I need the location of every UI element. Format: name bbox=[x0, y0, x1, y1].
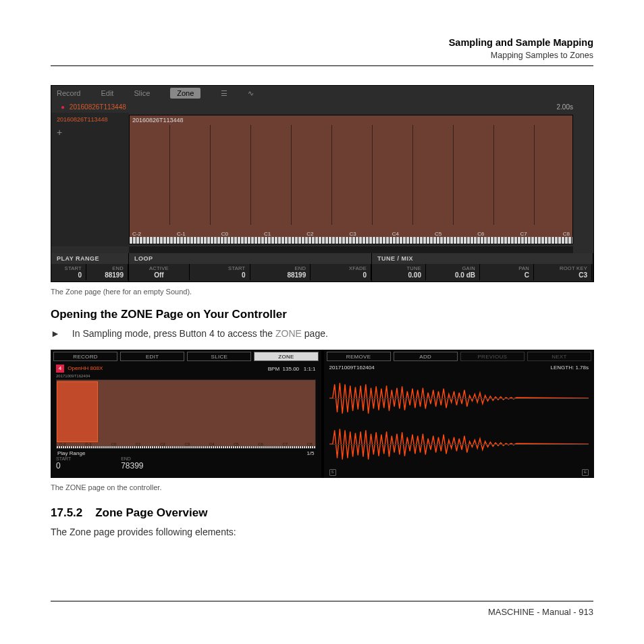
chapter-title: Sampling and Sample Mapping bbox=[51, 37, 593, 48]
sample-duration: 2.00s bbox=[557, 103, 573, 111]
step-text-post: page. bbox=[302, 328, 328, 339]
ctl-remove-button[interactable]: REMOVE bbox=[327, 352, 391, 361]
keyboard-note-labels: C-2 C-1 C0 C1 C2 C3 C4 C5 C6 C7 C8 bbox=[130, 231, 572, 237]
section-subtitle: Mapping Samples to Zones bbox=[51, 51, 593, 60]
horizontal-scrollbar[interactable] bbox=[129, 246, 573, 253]
tab-record[interactable]: Record bbox=[57, 89, 80, 97]
ctl-tab-record[interactable]: RECORD bbox=[53, 352, 117, 361]
software-tab-bar: Record Edit Slice Zone ☰ ∿ bbox=[51, 86, 593, 101]
zone-block[interactable] bbox=[57, 381, 98, 442]
add-sample-button[interactable]: + bbox=[57, 127, 124, 138]
figure-caption-1: The Zone page (here for an empty Sound). bbox=[51, 288, 593, 296]
pad-number-icon: 4 bbox=[56, 365, 64, 373]
loop-header: LOOP bbox=[129, 253, 371, 264]
play-range-header: PLAY RANGE bbox=[51, 253, 128, 264]
play-range-end[interactable]: END 88199 bbox=[86, 264, 128, 280]
ctl-add-button[interactable]: ADD bbox=[394, 352, 458, 361]
list-view-icon[interactable]: ☰ bbox=[221, 89, 227, 98]
software-zone-figure: Record Edit Slice Zone ☰ ∿ ● 20160826T11… bbox=[51, 85, 594, 282]
sound-name: 4 OpenHH 808X bbox=[56, 365, 103, 373]
loop-start[interactable]: START 0 bbox=[190, 264, 250, 280]
page-footer: MASCHINE - Manual - 913 bbox=[51, 601, 593, 617]
sample-list-sidebar: 20160826T113448 + bbox=[51, 113, 129, 246]
controller-right-tabs: REMOVE ADD PREVIOUS NEXT bbox=[324, 350, 595, 363]
pan-field[interactable]: PAN C bbox=[480, 264, 534, 280]
controller-left-tabs: RECORD EDIT SLICE ZONE bbox=[51, 350, 321, 363]
zone-main-area: 20160826T113448 + 20160826T113448 C-2 C-… bbox=[51, 113, 593, 246]
controller-left-screen: RECORD EDIT SLICE ZONE 4 OpenHH 808X BPM… bbox=[51, 350, 321, 478]
page-number: 913 bbox=[579, 607, 593, 617]
ctl-piano-icon bbox=[57, 446, 315, 448]
start-marker[interactable]: S bbox=[329, 469, 336, 476]
end-marker[interactable]: E bbox=[582, 469, 589, 476]
bpm-display: BPM 135.00 1:1:1 bbox=[268, 366, 316, 372]
section-heading-17-5-2: 17.5.2 Zone Page Overview bbox=[51, 506, 593, 520]
waveform-icon[interactable]: ∿ bbox=[248, 89, 254, 98]
zone-map[interactable]: 20160826T113448 C-2 C-1 C0 C1 C2 C3 C4 C… bbox=[129, 115, 573, 244]
section-heading-opening: Opening the ZONE Page on Your Controller bbox=[51, 308, 593, 321]
rootkey-field[interactable]: ROOT KEY C3 bbox=[534, 264, 592, 280]
ctl-tab-slice[interactable]: SLICE bbox=[187, 352, 251, 361]
page-header: Sampling and Sample Mapping Mapping Samp… bbox=[51, 37, 593, 66]
loop-xfade[interactable]: XFADE 0 bbox=[311, 264, 371, 280]
loop-end[interactable]: END 88199 bbox=[250, 264, 311, 280]
ctl-right-timestamp: 20171009T162404 bbox=[329, 365, 375, 371]
tab-slice[interactable]: Slice bbox=[134, 89, 150, 97]
piano-keys-icon[interactable] bbox=[130, 237, 572, 244]
instruction-step: ► In Sampling mode, press Button 4 to ac… bbox=[51, 328, 593, 339]
info-bar: ● 20160826T113448 2.00s bbox=[51, 101, 593, 113]
tune-field[interactable]: TUNE 0.00 bbox=[372, 264, 426, 280]
play-range-start[interactable]: START 0 bbox=[51, 264, 86, 280]
zone-page-reference: ZONE bbox=[275, 328, 302, 339]
step-text-pre: In Sampling mode, press Button 4 to acce… bbox=[72, 328, 275, 339]
section-intro-text: The Zone page provides following element… bbox=[51, 527, 593, 537]
waveform-display[interactable]: S E bbox=[324, 372, 595, 481]
current-sample-id: ● 20160826T113448 bbox=[61, 103, 126, 111]
ctl-tab-zone[interactable]: ZONE bbox=[254, 352, 318, 361]
ctl-left-timestamp: 20171009T162404 bbox=[51, 374, 321, 378]
sample-list-item[interactable]: 20160826T113448 bbox=[57, 116, 124, 123]
tab-zone[interactable]: Zone bbox=[170, 88, 200, 99]
sample-length: LENGTH: 1.78s bbox=[551, 365, 589, 371]
parameter-bar: PLAY RANGE START 0 END 88199 LOOP AC bbox=[51, 253, 593, 281]
ctl-prev-button[interactable]: PREVIOUS bbox=[460, 352, 525, 361]
tab-edit[interactable]: Edit bbox=[101, 89, 113, 97]
controller-zone-figure: RECORD EDIT SLICE ZONE 4 OpenHH 808X BPM… bbox=[51, 350, 594, 478]
ctl-tab-edit[interactable]: EDIT bbox=[120, 352, 184, 361]
play-range-label: Play Range bbox=[57, 450, 85, 456]
ctl-start-field[interactable]: START 0 bbox=[56, 456, 121, 471]
play-icon[interactable]: ● bbox=[61, 103, 65, 111]
controller-right-screen: REMOVE ADD PREVIOUS NEXT 20171009T162404… bbox=[324, 350, 595, 478]
figure-caption-2: The ZONE page on the controller. bbox=[51, 483, 593, 491]
tunemix-header: TUNE / MIX bbox=[372, 253, 593, 264]
ctl-end-field[interactable]: END 78399 bbox=[121, 456, 186, 471]
param-page: 1/5 bbox=[306, 450, 314, 456]
loop-active[interactable]: ACTIVE Off bbox=[129, 264, 190, 280]
zone-map-sample-label: 20160826T113448 bbox=[132, 117, 184, 124]
zone-map-grid bbox=[130, 125, 572, 225]
gain-field[interactable]: GAIN 0.0 dB bbox=[426, 264, 480, 280]
controller-zone-map[interactable]: C-2 C-1 C0 C1 C2 C3 C4 C5 C6 C7 C8 bbox=[56, 379, 316, 449]
step-arrow-icon: ► bbox=[51, 328, 60, 339]
ctl-next-button[interactable]: NEXT bbox=[527, 352, 591, 361]
